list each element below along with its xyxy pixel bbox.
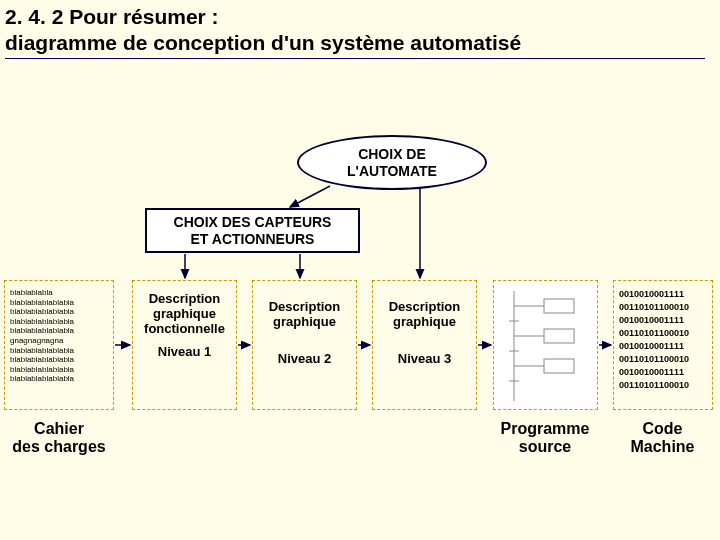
page-title: 2. 4. 2 Pour résumer : diagramme de conc… bbox=[5, 4, 705, 59]
desc1-line: Description bbox=[149, 291, 221, 306]
mini-diagram-icon bbox=[494, 281, 599, 411]
code-line: 0010010001111 bbox=[619, 289, 684, 299]
choice-sensors-rect: CHOIX DES CAPTEURS ET ACTIONNEURS bbox=[145, 208, 360, 253]
caption-line: source bbox=[519, 438, 571, 455]
caption-line: Code bbox=[643, 420, 683, 437]
svg-rect-2 bbox=[544, 299, 574, 313]
title-line-2: diagramme de conception d'un système aut… bbox=[5, 31, 521, 54]
cahier-line: blablablablablabla bbox=[10, 355, 74, 364]
choice-automate-oval: CHOIX DE L'AUTOMATE bbox=[297, 135, 487, 190]
caption-line: des charges bbox=[12, 438, 105, 455]
code-line: 0010010001111 bbox=[619, 367, 684, 377]
code-machine-text: 0010010001111 00110101100010 00100100011… bbox=[619, 288, 711, 392]
cahier-line: gnagnagnagna bbox=[10, 336, 63, 345]
programme-source-box bbox=[493, 280, 598, 410]
caption-code: Code Machine bbox=[610, 420, 715, 455]
niveau-1-label: Niveau 1 bbox=[158, 345, 211, 360]
code-line: 00110101100010 bbox=[619, 328, 689, 338]
caption-programme: Programme source bbox=[490, 420, 600, 455]
caption-cahier: Cahier des charges bbox=[4, 420, 114, 455]
code-line: 00110101100010 bbox=[619, 302, 689, 312]
desc3-line: graphique bbox=[393, 314, 456, 329]
desc1-line: graphique bbox=[153, 306, 216, 321]
caption-line: Machine bbox=[630, 438, 694, 455]
niveau-3-label: Niveau 3 bbox=[398, 352, 451, 367]
niveau-2-label: Niveau 2 bbox=[278, 352, 331, 367]
code-line: 00110101100010 bbox=[619, 380, 689, 390]
desc3-line: Description bbox=[389, 299, 461, 314]
arrow-oval-to-rect bbox=[290, 186, 330, 207]
cahier-line: blablablablablabla bbox=[10, 365, 74, 374]
oval-line-1: CHOIX DE bbox=[358, 146, 426, 162]
cahier-line: blablablablablabla bbox=[10, 317, 74, 326]
desc-box-2-content: Description graphique Niveau 2 bbox=[252, 300, 357, 367]
caption-line: Cahier bbox=[34, 420, 84, 437]
cahier-line: blablablablablabla bbox=[10, 307, 74, 316]
code-line: 0010010001111 bbox=[619, 341, 684, 351]
cahier-line: blablablablablabla bbox=[10, 326, 74, 335]
code-line: 00110101100010 bbox=[619, 354, 689, 364]
desc2-line: Description bbox=[269, 299, 341, 314]
code-line: 0010010001111 bbox=[619, 315, 684, 325]
svg-rect-6 bbox=[544, 359, 574, 373]
desc-box-3-content: Description graphique Niveau 3 bbox=[372, 300, 477, 367]
cahier-text: blablablabla blablablablablabla blablabl… bbox=[10, 288, 110, 384]
desc-box-1-content: Description graphique fonctionnelle Nive… bbox=[132, 292, 237, 360]
desc1-line: fonctionnelle bbox=[144, 321, 225, 336]
cahier-line: blablablablablabla bbox=[10, 374, 74, 383]
title-line-1: 2. 4. 2 Pour résumer : bbox=[5, 5, 219, 28]
desc2-line: graphique bbox=[273, 314, 336, 329]
cahier-line: blablablablablabla bbox=[10, 346, 74, 355]
arrows-layer bbox=[0, 0, 720, 540]
cahier-line: blablablabla bbox=[10, 288, 53, 297]
oval-line-2: L'AUTOMATE bbox=[347, 163, 437, 179]
cahier-line: blablablablablabla bbox=[10, 298, 74, 307]
svg-rect-4 bbox=[544, 329, 574, 343]
rect-line-2: ET ACTIONNEURS bbox=[191, 231, 315, 247]
caption-line: Programme bbox=[501, 420, 590, 437]
rect-line-1: CHOIX DES CAPTEURS bbox=[174, 214, 332, 230]
